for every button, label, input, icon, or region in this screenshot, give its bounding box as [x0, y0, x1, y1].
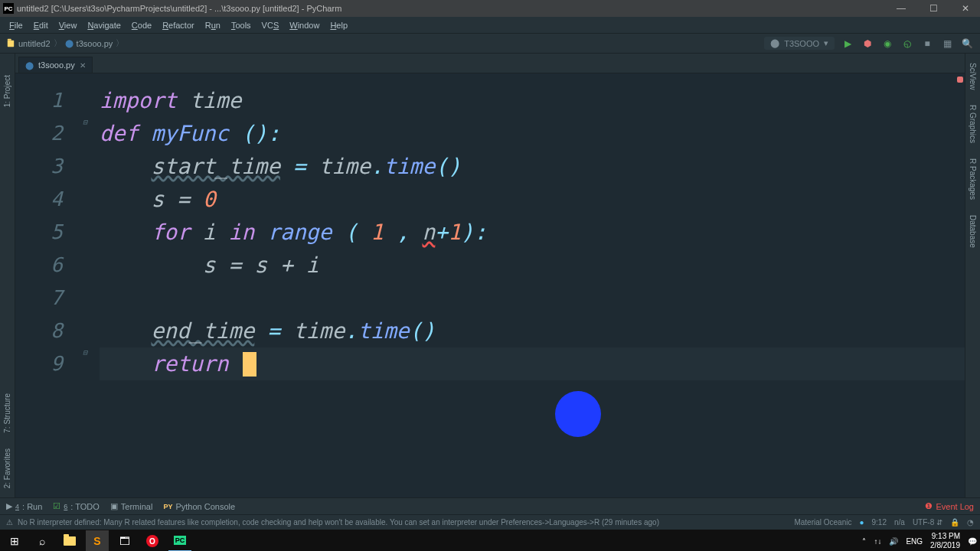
- menu-run[interactable]: Run: [201, 19, 225, 31]
- menu-navigate[interactable]: Navigate: [83, 19, 125, 31]
- terminal-icon: ▣: [110, 501, 118, 511]
- maximize-button[interactable]: ☐: [922, 3, 945, 14]
- status-theme[interactable]: Material Oceanic: [794, 518, 851, 527]
- cursor-highlight-icon: [555, 391, 601, 437]
- layout-button[interactable]: ▦: [940, 37, 954, 51]
- start-button[interactable]: ⊞: [3, 530, 26, 551]
- tab-label: t3sooo.py: [38, 60, 75, 70]
- tray-network-icon[interactable]: ↑↓: [874, 537, 881, 546]
- fold-end-icon[interactable]: ⊟: [83, 347, 92, 357]
- rail-favorites[interactable]: 2: Favorites: [2, 442, 13, 494]
- window-title: untitled2 [C:\Users\t3so\PycharmProjects…: [17, 4, 341, 13]
- stop-button[interactable]: ■: [920, 37, 934, 51]
- search-button[interactable]: ⌕: [31, 530, 54, 551]
- text-cursor: [243, 352, 256, 377]
- theme-dot-icon: ●: [859, 518, 864, 527]
- menu-help[interactable]: Help: [325, 19, 352, 31]
- bottom-terminal[interactable]: ▣Terminal: [110, 501, 153, 511]
- menu-tools[interactable]: Tools: [227, 19, 256, 31]
- coverage-button[interactable]: ◉: [880, 37, 894, 51]
- run-config-selector[interactable]: ⬤ T3SOOO ▾: [764, 37, 835, 50]
- python-file-icon: ⬤: [25, 61, 34, 70]
- sublime-icon[interactable]: S: [86, 530, 109, 551]
- tray-clock[interactable]: 9:13 PM 2/8/2019: [930, 532, 960, 550]
- pycharm-logo-icon: PC: [3, 3, 14, 14]
- lock-icon[interactable]: 🔒: [950, 518, 959, 527]
- toolbar: untitled2 〉 ⬤ t3sooo.py 〉 ⬤ T3SOOO ▾ ▶ ⬢…: [0, 34, 980, 54]
- bottom-run[interactable]: ▶4: Run: [6, 501, 42, 511]
- menu-bar: File Edit View Navigate Code Refactor Ru…: [0, 17, 980, 34]
- profile-button[interactable]: ◵: [900, 37, 914, 51]
- rail-rgraphics[interactable]: R Graphics: [967, 99, 978, 149]
- status-na: n/a: [894, 518, 905, 527]
- fold-icon[interactable]: ⊟: [83, 117, 92, 126]
- menu-file[interactable]: File: [5, 19, 28, 31]
- windows-taskbar: ⊞ ⌕ S 🗔 O PC ˄ ↑↓ 🔊 ENG 9:13 PM 2/8/2019…: [0, 530, 980, 551]
- breadcrumb-file[interactable]: t3sooo.py: [77, 39, 113, 48]
- warning-icon: ❶: [925, 501, 933, 511]
- bottom-eventlog[interactable]: ❶Event Log: [925, 501, 974, 511]
- status-message: No R interpreter defined: Many R related…: [18, 518, 659, 527]
- code-body[interactable]: import time ⊟def myFunc (): start_time =…: [77, 73, 965, 497]
- editor-tabs: ⬤ t3sooo.py ✕: [15, 54, 965, 73]
- folder-icon: [6, 39, 15, 48]
- menu-edit[interactable]: Edit: [29, 19, 53, 31]
- menu-vcs[interactable]: VCS: [257, 19, 284, 31]
- tab-close-icon[interactable]: ✕: [80, 61, 86, 70]
- menu-view[interactable]: View: [54, 19, 82, 31]
- status-position[interactable]: 9:12: [872, 518, 887, 527]
- close-button[interactable]: ✕: [954, 3, 977, 14]
- line-gutter: 123456789: [15, 73, 77, 497]
- explorer-icon[interactable]: [58, 530, 81, 551]
- rail-structure[interactable]: 7: Structure: [2, 387, 13, 439]
- breadcrumb: untitled2 〉 ⬤ t3sooo.py 〉: [6, 37, 124, 49]
- app-icon[interactable]: 🗔: [113, 530, 136, 551]
- tab-t3sooo[interactable]: ⬤ t3sooo.py ✕: [18, 57, 93, 73]
- run-button[interactable]: ▶: [841, 37, 854, 51]
- debug-button[interactable]: ⬢: [861, 37, 874, 51]
- tray-chevron-icon[interactable]: ˄: [862, 537, 866, 546]
- bottom-tool-tabs: ▶4: Run ☑6: TODO ▣Terminal PYPython Cons…: [0, 497, 980, 514]
- bottom-todo[interactable]: ☑6: TODO: [53, 501, 100, 511]
- menu-code[interactable]: Code: [127, 19, 156, 31]
- bottom-python-console[interactable]: PYPython Console: [163, 502, 235, 511]
- python-file-icon: ⬤: [65, 39, 74, 47]
- run-config-label: T3SOOO: [784, 39, 819, 48]
- python-icon: PY: [163, 503, 172, 510]
- tray-volume-icon[interactable]: 🔊: [889, 537, 898, 546]
- opera-icon[interactable]: O: [141, 530, 164, 551]
- info-icon: ⚠: [6, 518, 13, 527]
- search-icon[interactable]: 🔍: [960, 37, 974, 51]
- tray-lang[interactable]: ENG: [906, 537, 923, 546]
- minimize-button[interactable]: ―: [890, 3, 913, 14]
- rail-rpackages[interactable]: R Packages: [967, 152, 978, 206]
- tray-notifications-icon[interactable]: 💬: [968, 537, 977, 546]
- left-tool-rail: 1: Project 7: Structure 2: Favorites: [0, 54, 15, 497]
- rail-sciview[interactable]: SciView: [967, 57, 978, 96]
- chevron-down-icon: ▾: [824, 38, 828, 48]
- status-encoding[interactable]: UTF-8 ⇵: [913, 518, 942, 527]
- breadcrumb-project[interactable]: untitled2: [18, 39, 51, 48]
- run-icon: ▶: [6, 501, 12, 511]
- error-stripe-icon[interactable]: [957, 77, 963, 83]
- pycharm-icon[interactable]: PC: [168, 530, 191, 551]
- rail-project[interactable]: 1: Project: [2, 69, 13, 113]
- right-tool-rail: SciView R Graphics R Packages Database: [965, 54, 980, 497]
- code-editor[interactable]: 123456789 import time ⊟def myFunc (): st…: [15, 73, 965, 497]
- check-icon: ☑: [53, 501, 60, 511]
- window-titlebar: PC untitled2 [C:\Users\t3so\PycharmProje…: [0, 0, 980, 17]
- rail-database[interactable]: Database: [967, 209, 978, 254]
- menu-window[interactable]: Window: [285, 19, 324, 31]
- status-bar: ⚠ No R interpreter defined: Many R relat…: [0, 514, 980, 530]
- main-area: 1: Project 7: Structure 2: Favorites ⬤ t…: [0, 54, 980, 497]
- inspector-icon[interactable]: ◔: [967, 518, 974, 527]
- menu-refactor[interactable]: Refactor: [158, 19, 199, 31]
